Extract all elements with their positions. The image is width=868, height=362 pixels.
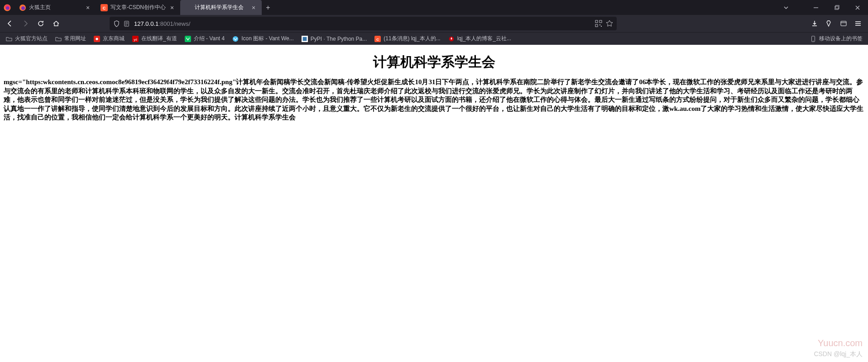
url-host: 127.0.0.1 — [134, 20, 158, 27]
svg-text:C: C — [103, 6, 106, 10]
pypi-icon — [301, 35, 308, 43]
bookmark-label: (11条消息) lqj_本人的... — [384, 35, 440, 43]
tab-label: 计算机科学系学生会 — [195, 4, 247, 11]
page-body: mgsc="https:wkcontents.cn.ceos.comoc8e96… — [4, 78, 864, 122]
svg-rect-9 — [595, 20, 598, 23]
qr-icon[interactable] — [595, 20, 602, 27]
tab-csdn[interactable]: C 写文章-CSDN创作中心 × — [96, 0, 180, 15]
bookmark-folder-common[interactable]: 常用网址 — [52, 33, 89, 44]
svg-rect-10 — [599, 20, 602, 23]
close-icon[interactable]: × — [168, 4, 176, 11]
close-icon[interactable]: × — [250, 4, 257, 11]
url-path: /news/ — [173, 20, 191, 27]
svg-rect-6 — [834, 6, 838, 10]
svg-point-16 — [96, 38, 98, 40]
csdn-icon: C — [374, 35, 381, 43]
folder-icon — [55, 35, 62, 43]
home-button[interactable] — [49, 16, 63, 31]
back-button[interactable] — [3, 16, 17, 31]
tab-list-button[interactable] — [776, 0, 796, 15]
watermark-csdn: CSDN @lqj_本人 — [814, 350, 863, 358]
close-window-button[interactable] — [847, 0, 868, 15]
bookmark-label: 京东商城 — [103, 35, 125, 43]
shield-icon[interactable] — [113, 20, 120, 27]
huawei-icon — [448, 35, 455, 43]
svg-rect-13 — [601, 26, 602, 27]
bookmark-huawei-blog[interactable]: lqj_本人的博客_云社... — [445, 33, 514, 44]
firefox-icon — [19, 4, 26, 11]
page-icon — [185, 4, 192, 11]
tab-label: 写文章-CSDN创作中心 — [110, 4, 166, 11]
bookmark-star-icon[interactable] — [606, 20, 613, 27]
svg-point-20 — [233, 36, 238, 41]
mobile-icon — [810, 35, 817, 43]
svg-rect-22 — [302, 37, 307, 41]
account-button[interactable] — [822, 16, 836, 31]
bookmark-label: PyPI · The Python Pa... — [311, 36, 367, 42]
jd-icon — [93, 35, 101, 43]
close-icon[interactable]: × — [84, 4, 91, 11]
info-icon[interactable] — [124, 20, 130, 27]
svg-point-3 — [21, 6, 25, 10]
downloads-button[interactable] — [807, 16, 822, 31]
svg-point-27 — [813, 40, 813, 41]
tab-active[interactable]: 计算机科学系学生会 × — [180, 0, 262, 15]
reload-button[interactable] — [34, 16, 48, 31]
window-controls — [776, 0, 868, 15]
bookmark-vant4[interactable]: 介绍 - Vant 4 — [182, 33, 227, 44]
bookmark-label: 火狐官方站点 — [15, 35, 48, 43]
bookmark-youdao[interactable]: yd 在线翻译_有道 — [129, 33, 180, 44]
titlebar: 火狐主页 × C 写文章-CSDN创作中心 × 计算机科学系学生会 × + — [0, 0, 868, 15]
firefox-logo — [0, 0, 14, 15]
url-text[interactable]: 127.0.0.1:8001/news/ — [134, 20, 591, 27]
tab-firefox-home[interactable]: 火狐主页 × — [14, 0, 96, 15]
url-port: :8001 — [158, 20, 173, 27]
svg-rect-7 — [835, 5, 839, 9]
vant-icon — [232, 35, 239, 43]
url-bar[interactable]: 127.0.0.1:8001/news/ — [110, 17, 617, 30]
bookmark-jd[interactable]: 京东商城 — [91, 33, 127, 44]
bookmark-pypi[interactable]: PyPI · The Python Pa... — [298, 34, 370, 44]
menu-button[interactable] — [851, 16, 865, 31]
bookmark-vant-icon[interactable]: Icon 图标 - Vant We... — [229, 33, 297, 44]
bookmark-label: 移动设备上的书签 — [819, 35, 863, 43]
new-tab-button[interactable]: + — [262, 0, 274, 15]
bookmarks-bar: 火狐官方站点 常用网址 京东商城 yd 在线翻译_有道 介绍 - Vant 4 … — [0, 32, 868, 45]
bookmark-label: 介绍 - Vant 4 — [194, 35, 225, 43]
tab-label: 火狐主页 — [29, 4, 82, 11]
watermark-yuucn: Yuucn.com — [818, 338, 863, 348]
svg-rect-11 — [595, 24, 598, 27]
tab-strip: 火狐主页 × C 写文章-CSDN创作中心 × 计算机科学系学生会 × + — [14, 0, 776, 15]
bookmark-mobile[interactable]: 移动设备上的书签 — [807, 33, 865, 44]
svg-text:yd: yd — [134, 38, 137, 41]
bookmark-folder-firefox[interactable]: 火狐官方站点 — [3, 33, 50, 44]
svg-rect-14 — [841, 21, 846, 26]
page-title: 计算机科学系学生会 — [4, 53, 864, 71]
bookmark-label: lqj_本人的博客_云社... — [457, 35, 511, 43]
bookmark-label: 在线翻译_有道 — [141, 35, 177, 43]
forward-button[interactable] — [18, 16, 33, 31]
csdn-icon: C — [101, 4, 108, 11]
vant-icon — [184, 35, 192, 43]
folder-icon — [5, 35, 13, 43]
svg-rect-12 — [599, 24, 600, 25]
bookmark-label: Icon 图标 - Vant We... — [241, 35, 294, 43]
youdao-icon: yd — [132, 35, 139, 43]
bookmark-label: 常用网址 — [64, 35, 86, 43]
extensions-button[interactable] — [836, 16, 851, 31]
nav-toolbar: 127.0.0.1:8001/news/ — [0, 15, 868, 32]
svg-text:C: C — [376, 37, 379, 41]
page-content: 计算机科学系学生会 mgsc="https:wkcontents.cn.ceos… — [0, 45, 868, 362]
bookmark-csdn-lqj[interactable]: C (11条消息) lqj_本人的... — [371, 33, 443, 44]
svg-point-1 — [6, 6, 10, 10]
maximize-button[interactable] — [826, 0, 847, 15]
minimize-button[interactable] — [806, 0, 826, 15]
svg-rect-19 — [185, 36, 191, 42]
